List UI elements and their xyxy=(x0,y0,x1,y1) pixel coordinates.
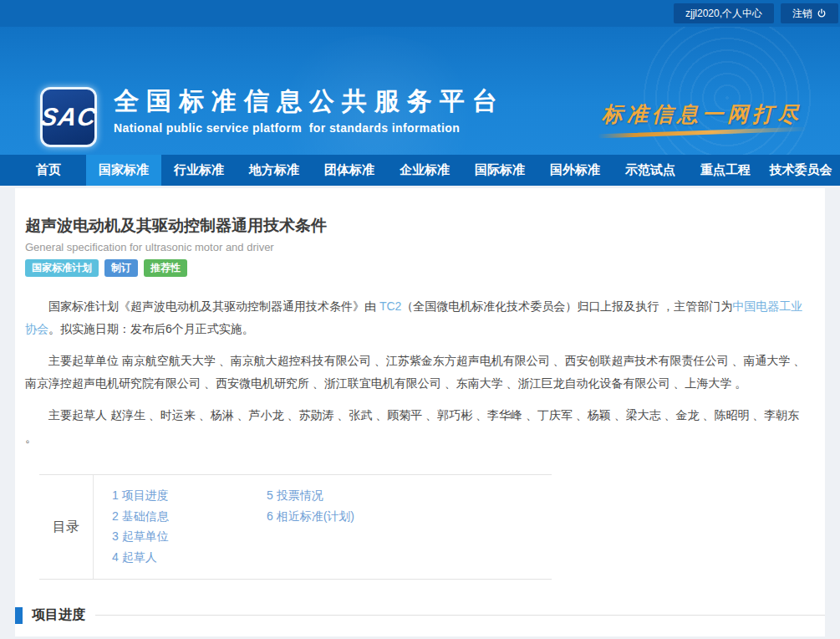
main-nav: 首页 国家标准 行业标准 地方标准 团体标准 企业标准 国际标准 国外标准 示范… xyxy=(0,155,840,186)
content-card: 超声波电动机及其驱动控制器通用技术条件 General specificatio… xyxy=(15,188,825,636)
site-subtitle: National public service platform for sta… xyxy=(114,121,505,135)
table-of-contents: 目录 1 项目进度 2 基础信息 3 起草单位 4 起草人 5 投票情况 6 相… xyxy=(39,474,552,580)
toc-label: 目录 xyxy=(39,475,94,579)
user-center-button[interactable]: zjjl2020,个人中心 xyxy=(674,3,774,23)
slogan-text: 标准信息一网打尽 xyxy=(598,100,807,128)
power-icon xyxy=(817,8,827,18)
progress-section-header: 项目进度 xyxy=(15,606,825,624)
toc-link-similar-standards[interactable]: 6 相近标准(计划) xyxy=(267,506,421,527)
nav-item-industry-standards[interactable]: 行业标准 xyxy=(161,155,237,186)
para1-text-2: （全国微电机标准化技术委员会）归口上报及执行 ，主管部门为 xyxy=(401,299,732,313)
toc-link-progress[interactable]: 1 项目进度 xyxy=(112,485,267,506)
standard-article: 超声波电动机及其驱动控制器通用技术条件 General specificatio… xyxy=(15,188,825,580)
paragraph-overview: 国家标准计划《超声波电动机及其驱动控制器通用技术条件》由 TC2（全国微电机标准… xyxy=(25,295,813,340)
sac-logo-text: SAC xyxy=(38,103,99,131)
nav-item-international-standards[interactable]: 国际标准 xyxy=(462,155,537,186)
status-badge-recommended: 推荐性 xyxy=(144,259,187,277)
nav-item-enterprise-standards[interactable]: 企业标准 xyxy=(387,155,462,186)
site-title: 全国标准信息公共服务平台 xyxy=(114,87,505,116)
section-divider xyxy=(95,615,825,616)
site-header: SAC 全国标准信息公共服务平台 National public service… xyxy=(0,27,840,155)
nav-item-foreign-standards[interactable]: 国外标准 xyxy=(537,155,613,186)
status-badge-type: 制订 xyxy=(104,259,138,277)
badge-row: 国家标准计划 制订 推荐性 xyxy=(25,259,813,277)
brand[interactable]: SAC 全国标准信息公共服务平台 National public service… xyxy=(40,87,505,147)
topbar: zjjl2020,个人中心 注销 xyxy=(0,0,840,27)
nav-item-pilot[interactable]: 示范试点 xyxy=(613,155,688,186)
toc-link-voting[interactable]: 5 投票情况 xyxy=(267,485,421,506)
user-center-label: zjjl2020,个人中心 xyxy=(685,7,762,21)
article-body: 国家标准计划《超声波电动机及其驱动控制器通用技术条件》由 TC2（全国微电机标准… xyxy=(25,295,813,449)
nav-item-group-standards[interactable]: 团体标准 xyxy=(312,155,387,186)
nav-item-key-projects[interactable]: 重点工程 xyxy=(688,155,763,186)
status-badge-plan: 国家标准计划 xyxy=(25,259,99,277)
toc-column-1: 1 项目进度 2 基础信息 3 起草单位 4 起草人 xyxy=(112,485,267,567)
toc-column-2: 5 投票情况 6 相近标准(计划) xyxy=(267,485,421,567)
tc2-link[interactable]: TC2 xyxy=(379,299,401,313)
toc-link-basic-info[interactable]: 2 基础信息 xyxy=(112,506,267,527)
toc-link-drafters[interactable]: 4 起草人 xyxy=(112,547,267,568)
toc-link-drafting-units[interactable]: 3 起草单位 xyxy=(112,526,267,547)
slogan: 标准信息一网打尽 xyxy=(598,100,807,135)
paragraph-drafting-units: 主要起草单位 南京航空航天大学 、南京航大超控科技有限公司 、江苏紫金东方超声电… xyxy=(25,350,813,395)
logout-button[interactable]: 注销 xyxy=(781,3,838,23)
page-title: 超声波电动机及其驱动控制器通用技术条件 xyxy=(25,215,813,237)
page-title-english: General specification for ultrasonic mot… xyxy=(25,241,813,253)
progress-section-title: 项目进度 xyxy=(32,606,85,624)
para1-text-1: 国家标准计划《超声波电动机及其驱动控制器通用技术条件》由 xyxy=(48,299,379,313)
nav-item-technical-committee[interactable]: 技术委员会 xyxy=(763,155,838,186)
nav-item-national-standards[interactable]: 国家标准 xyxy=(86,155,161,186)
paragraph-drafters: 主要起草人 赵淳生 、时运来 、杨淋 、芦小龙 、苏勋涛 、张武 、顾菊平 、郭… xyxy=(25,404,813,449)
logout-label: 注销 xyxy=(792,7,812,21)
sac-logo: SAC xyxy=(40,87,97,147)
para1-text-3: 。拟实施日期：发布后6个月正式实施。 xyxy=(48,322,254,335)
nav-item-local-standards[interactable]: 地方标准 xyxy=(237,155,312,186)
nav-item-home[interactable]: 首页 xyxy=(11,155,86,186)
section-accent-bar xyxy=(15,607,23,624)
